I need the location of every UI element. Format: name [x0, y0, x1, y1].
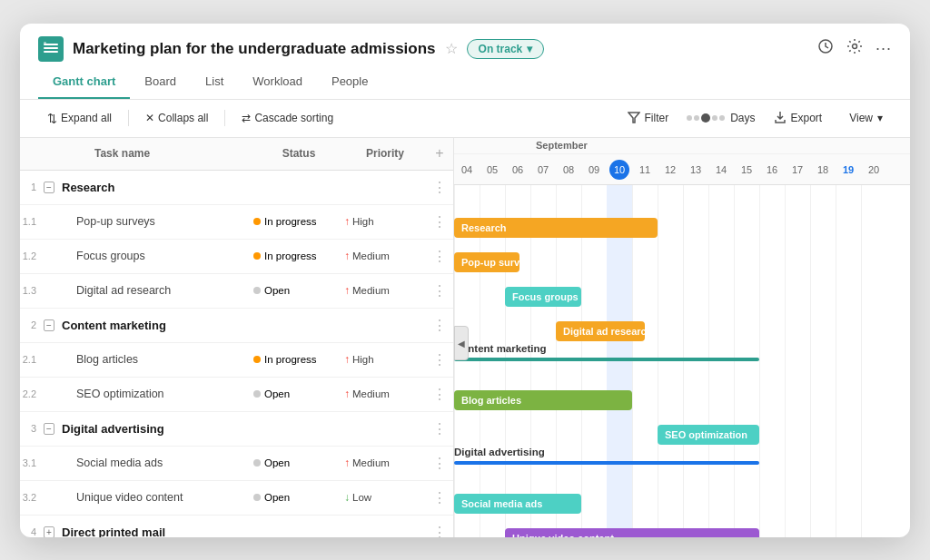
table-row: 1.3 Digital ad research Open ↑Medium ⋮ — [20, 274, 453, 309]
row-menu-button[interactable]: ⋮ — [426, 179, 453, 196]
gantt-col-line — [836, 185, 836, 537]
row-menu-button[interactable]: ⋮ — [426, 282, 453, 300]
collapse-icon[interactable]: − — [44, 182, 54, 193]
col-status-header: Status — [253, 147, 344, 160]
collapse-icon[interactable]: − — [44, 423, 54, 435]
row-number: 1.3 — [20, 285, 40, 296]
gantt-bar[interactable]: Social media ads — [454, 494, 581, 514]
task-status: Open — [253, 388, 344, 399]
filter-button[interactable]: Filter — [618, 107, 678, 130]
svg-rect-2 — [44, 51, 58, 53]
star-icon[interactable]: ☆ — [445, 40, 458, 57]
table-row: 2.2 SEO optimization Open ↑Medium ⋮ — [20, 378, 453, 412]
collapse-icon[interactable]: − — [44, 319, 54, 331]
row-number: 4 — [20, 526, 40, 537]
gantt-day: 19 — [836, 164, 861, 175]
dot-4 — [719, 115, 725, 121]
tab-workload[interactable]: Workload — [238, 69, 317, 99]
task-name: Blog articles — [58, 353, 253, 366]
svg-rect-3 — [44, 42, 46, 44]
gantt-col-line — [658, 185, 658, 537]
gantt-bar[interactable]: Digital ad research — [556, 321, 645, 341]
gantt-col-line — [581, 185, 582, 537]
app-icon — [38, 36, 64, 62]
gantt-bar[interactable]: Research — [454, 218, 658, 238]
expand-icon[interactable]: + — [44, 526, 54, 537]
gantt-bar[interactable]: Focus groups — [505, 287, 581, 307]
task-table: 1 − Research ⋮ 1.1 Pop-up surveys In pro… — [20, 171, 453, 537]
priority-text: High — [352, 216, 374, 227]
gantt-col-highlight — [607, 185, 632, 537]
row-menu-button[interactable]: ⋮ — [426, 317, 453, 334]
gantt-bar[interactable] — [454, 358, 759, 361]
gantt-header: September 040506070809101112131415161718… — [454, 138, 910, 185]
row-menu-button[interactable]: ⋮ — [426, 420, 453, 437]
gantt-bar[interactable]: SEO optimization — [658, 425, 759, 445]
row-expand[interactable]: − — [40, 423, 58, 434]
cascade-sorting-button[interactable]: ⇄ Cascade sorting — [232, 108, 342, 128]
priority-arrow: ↑ — [344, 388, 350, 400]
row-menu-button[interactable]: ⋮ — [426, 248, 453, 265]
row-menu-button[interactable]: ⋮ — [426, 213, 453, 231]
priority-arrow: ↑ — [344, 284, 350, 297]
add-column-button[interactable]: + — [426, 145, 453, 162]
task-name: Digital advertising — [58, 422, 253, 436]
tab-people[interactable]: People — [317, 69, 382, 99]
row-expand[interactable]: − — [40, 319, 58, 330]
row-expand[interactable]: + — [40, 526, 58, 537]
status-text: In progress — [264, 216, 317, 227]
task-priority: ↑Medium — [344, 284, 426, 297]
status-badge[interactable]: On track ▾ — [467, 39, 545, 59]
svg-point-5 — [852, 44, 856, 49]
row-menu-button[interactable]: ⋮ — [426, 524, 453, 537]
row-menu-button[interactable]: ⋮ — [426, 489, 453, 506]
gantt-day: 15 — [734, 164, 759, 175]
dot-1 — [687, 115, 692, 121]
row-menu-button[interactable]: ⋮ — [426, 386, 453, 403]
row-menu-button[interactable]: ⋮ — [426, 455, 453, 472]
dot-active[interactable] — [701, 113, 710, 123]
filter-icon — [628, 111, 640, 126]
gantt-bar[interactable]: Pop-up surveys — [454, 252, 519, 272]
gantt-bar[interactable]: Blog articles — [454, 390, 632, 410]
tab-list[interactable]: List — [191, 69, 238, 99]
row-menu-button[interactable]: ⋮ — [426, 351, 453, 368]
row-number: 1.2 — [20, 251, 40, 261]
gantt-bar-label: Digital advertising — [454, 447, 545, 457]
gantt-day: 10 — [609, 160, 629, 180]
priority-arrow: ↑ — [344, 457, 350, 469]
dot-2 — [694, 115, 699, 121]
row-expand[interactable]: − — [40, 182, 58, 192]
view-button[interactable]: View ▾ — [840, 108, 892, 128]
header-actions: ··· — [817, 38, 892, 59]
table-row: 3.1 Social media ads Open ↑Medium ⋮ — [20, 447, 453, 481]
gantt-day: 05 — [480, 164, 505, 175]
tab-board[interactable]: Board — [130, 69, 191, 99]
expand-all-button[interactable]: ⇅ Expand all — [38, 108, 121, 129]
gantt-bar[interactable] — [454, 461, 759, 465]
task-status: In progress — [253, 251, 344, 261]
priority-arrow: ↓ — [344, 491, 350, 504]
settings-icon[interactable] — [846, 38, 863, 59]
tab-gantt-chart[interactable]: Gantt chart — [38, 69, 130, 99]
export-icon — [774, 111, 787, 126]
row-number: 3.1 — [20, 457, 40, 468]
task-name: Social media ads — [58, 457, 253, 469]
gantt-bar[interactable]: Unique video content — [505, 528, 759, 537]
gantt-grid — [454, 185, 910, 537]
gantt-body: ResearchPop-up surveysFocus groupsDigita… — [454, 185, 910, 537]
priority-text: Medium — [352, 457, 390, 468]
gantt-month-row: September — [454, 138, 910, 154]
task-status: In progress — [253, 216, 344, 227]
dot-3 — [712, 115, 717, 121]
table-row: 3.2 Unique video content Open ↓Low ⋮ — [20, 481, 453, 516]
svg-rect-1 — [44, 47, 58, 49]
priority-text: Low — [352, 492, 371, 503]
collapse-all-button[interactable]: ✕ Collaps all — [136, 108, 217, 128]
more-icon[interactable]: ··· — [876, 39, 892, 58]
export-button[interactable]: Export — [765, 107, 832, 130]
gantt-scroll-handle[interactable]: ◀ — [454, 326, 469, 360]
gantt-day: 11 — [632, 164, 658, 175]
history-icon[interactable] — [817, 38, 834, 59]
separator — [224, 110, 225, 126]
